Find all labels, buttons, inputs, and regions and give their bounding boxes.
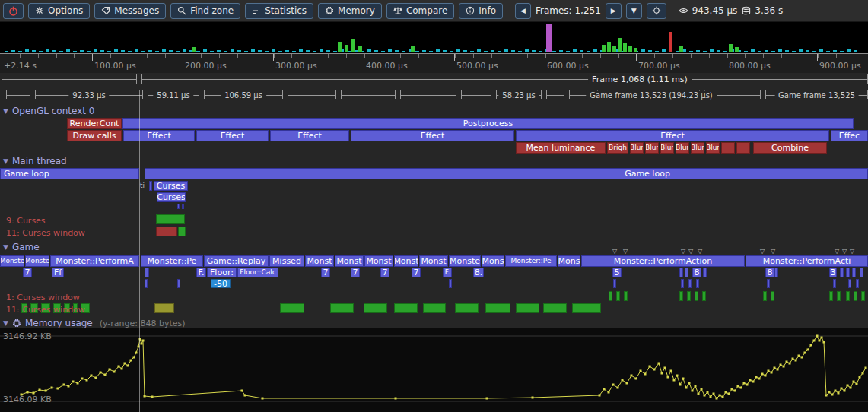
zone[interactable] bbox=[856, 279, 859, 288]
zone[interactable] bbox=[177, 204, 180, 209]
frame-bar[interactable] bbox=[203, 49, 207, 52]
frame-bar[interactable] bbox=[593, 49, 597, 52]
zone[interactable]: Monster::PerformActi bbox=[746, 255, 868, 267]
zone[interactable] bbox=[364, 303, 387, 313]
compare-button[interactable]: Compare bbox=[386, 3, 454, 19]
frame-span[interactable] bbox=[546, 90, 564, 99]
zone[interactable] bbox=[572, 303, 601, 313]
frame-bar[interactable] bbox=[162, 49, 166, 52]
frame-bar[interactable] bbox=[532, 50, 536, 52]
zone[interactable] bbox=[771, 291, 774, 301]
frame-bar[interactable] bbox=[679, 46, 683, 52]
frame-bar[interactable] bbox=[367, 49, 371, 52]
frame-bar[interactable] bbox=[735, 47, 739, 52]
frame-bar[interactable] bbox=[436, 49, 440, 52]
frame-bar[interactable] bbox=[819, 49, 823, 52]
frame-bar[interactable] bbox=[25, 49, 29, 52]
frame-bar[interactable] bbox=[52, 50, 56, 52]
frame-bar[interactable] bbox=[210, 51, 214, 52]
frame-bar[interactable] bbox=[351, 39, 355, 52]
zone[interactable] bbox=[837, 291, 841, 301]
zone[interactable] bbox=[767, 279, 770, 288]
memory-button[interactable]: Memory bbox=[318, 3, 382, 19]
zone[interactable] bbox=[861, 291, 865, 301]
frame-span[interactable] bbox=[341, 90, 396, 99]
frame-span[interactable]: Game frame 13,525 bbox=[765, 90, 868, 99]
memory-plot[interactable] bbox=[0, 329, 868, 405]
frame-bar[interactable] bbox=[32, 50, 36, 52]
zone[interactable]: Game::Replay bbox=[204, 255, 269, 267]
frame-bar[interactable] bbox=[477, 49, 481, 52]
zone[interactable] bbox=[485, 303, 510, 313]
zone[interactable]: 7 bbox=[412, 268, 421, 277]
frame-bar[interactable] bbox=[292, 51, 296, 52]
frame-bar[interactable] bbox=[552, 51, 556, 52]
frame-bar[interactable] bbox=[155, 51, 159, 52]
zone[interactable] bbox=[616, 291, 620, 301]
frame-bar[interactable] bbox=[224, 51, 227, 52]
frame-bar[interactable] bbox=[80, 50, 84, 52]
zone[interactable]: Monste bbox=[0, 255, 24, 267]
zone[interactable]: Monst bbox=[364, 255, 393, 267]
frame-bar[interactable] bbox=[785, 50, 789, 52]
frame-bar[interactable] bbox=[525, 49, 529, 52]
frame-bar[interactable] bbox=[345, 45, 348, 52]
zone[interactable]: Effec bbox=[831, 130, 868, 141]
frame-bar[interactable] bbox=[450, 51, 453, 52]
zone[interactable]: Mons bbox=[558, 255, 580, 267]
message-marker-icon[interactable]: ▽ bbox=[681, 249, 685, 255]
zone[interactable]: Mons bbox=[482, 255, 504, 267]
frame-bar[interactable] bbox=[765, 50, 768, 52]
frame-histogram[interactable] bbox=[0, 22, 868, 53]
frame-bar[interactable] bbox=[59, 51, 63, 52]
zone[interactable]: Missed bbox=[269, 255, 304, 267]
zone[interactable] bbox=[280, 303, 304, 313]
zone[interactable] bbox=[852, 268, 856, 277]
zone[interactable]: -50 bbox=[211, 279, 231, 288]
zone[interactable]: Mean luminance bbox=[516, 142, 606, 154]
frame-bar[interactable] bbox=[580, 50, 583, 52]
section-memory-header[interactable]: ▼ Memory usage (y-range: 848 bytes) bbox=[3, 318, 186, 328]
zone[interactable]: Postprocess bbox=[122, 118, 854, 129]
frame-bar[interactable] bbox=[758, 51, 761, 52]
frame-bar[interactable] bbox=[696, 50, 700, 52]
zone[interactable] bbox=[848, 279, 851, 288]
zone[interactable] bbox=[330, 303, 354, 313]
frame-span[interactable] bbox=[6, 90, 30, 99]
frame-bar[interactable] bbox=[618, 38, 622, 52]
frame-span[interactable]: 106.59 μs bbox=[204, 90, 283, 99]
zone[interactable]: Ff bbox=[52, 268, 64, 277]
frame-bar[interactable] bbox=[415, 51, 419, 52]
zone[interactable]: Blur bbox=[676, 142, 689, 154]
zone[interactable] bbox=[145, 268, 149, 277]
collapse-icon[interactable]: ▼ bbox=[3, 320, 8, 327]
frame-bar[interactable] bbox=[470, 51, 474, 52]
zone[interactable]: Blur bbox=[660, 142, 674, 154]
zone[interactable]: Blur bbox=[691, 142, 704, 154]
frame-bar[interactable] bbox=[463, 50, 467, 52]
frame-bar[interactable] bbox=[231, 49, 234, 52]
zone[interactable] bbox=[543, 303, 567, 313]
zone[interactable]: Monst bbox=[419, 255, 448, 267]
zone[interactable]: Effect bbox=[351, 130, 514, 141]
zone[interactable] bbox=[178, 227, 186, 236]
zone[interactable]: 8 bbox=[692, 268, 701, 277]
frame-bar[interactable] bbox=[313, 51, 316, 52]
zone[interactable]: Monster::PerformA bbox=[50, 255, 139, 267]
zone[interactable]: Floor::Calc bbox=[237, 268, 278, 277]
frame-span[interactable]: 59.11 μs bbox=[148, 90, 199, 99]
message-marker-icon[interactable]: ▽ bbox=[835, 249, 839, 255]
frame-bar[interactable] bbox=[244, 51, 248, 52]
zone[interactable]: Monst bbox=[305, 255, 334, 267]
message-marker-icon[interactable]: ▽ bbox=[842, 249, 847, 255]
frame-bar[interactable] bbox=[573, 49, 577, 52]
frame-bar[interactable] bbox=[18, 51, 22, 52]
zone[interactable] bbox=[695, 291, 698, 301]
frame-bar[interactable] bbox=[518, 51, 522, 52]
zone[interactable]: Floor: bbox=[207, 268, 237, 277]
zone[interactable]: Monster::Pe bbox=[141, 255, 203, 267]
zone[interactable] bbox=[455, 303, 479, 313]
frame-bar[interactable] bbox=[511, 50, 515, 52]
zone[interactable]: 7 bbox=[23, 268, 32, 277]
frame-bar[interactable] bbox=[546, 24, 552, 52]
